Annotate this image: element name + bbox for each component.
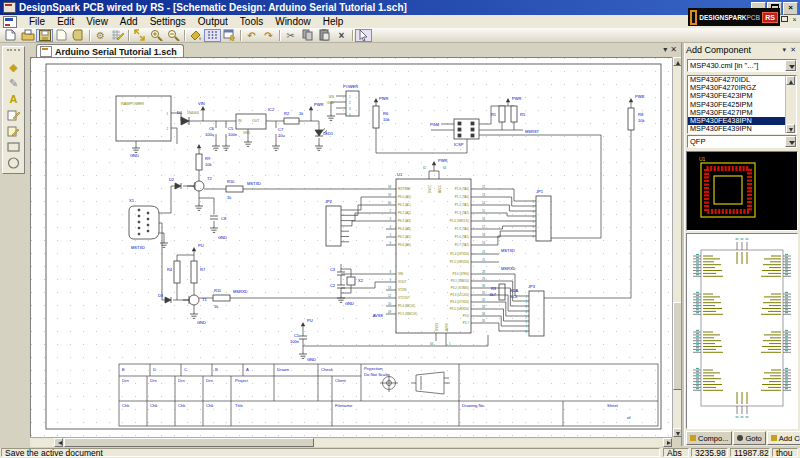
new-button[interactable] [2,29,19,42]
svg-text:Drn.: Drn. [206,378,214,383]
component-list[interactable]: MSP430F4270IDLMSP430F4270IRGZMSP430FE423… [687,75,797,134]
svg-text:4: 4 [349,113,351,117]
close-button[interactable]: × [783,2,798,15]
svg-text:P5.5 (SMCLK): P5.5 (SMCLK) [398,312,417,316]
zoom-all-button[interactable] [131,29,148,42]
document-tab-bar: Arduino Serial Tutorial 1.sch ▾ ✕ [28,43,681,57]
svg-text:29: 29 [482,277,486,281]
svg-text:MSRXD: MSRXD [233,289,248,294]
svg-text:GND: GND [243,131,251,135]
menu-edit[interactable]: Edit [51,16,80,27]
svg-text:Chk: Chk [206,403,214,408]
grid-button[interactable] [204,29,221,42]
svg-text:13: 13 [482,193,486,197]
design-technology-button[interactable] [109,29,126,42]
svg-text:33: 33 [482,305,486,309]
svg-text:C5: C5 [228,126,234,131]
paste-button[interactable] [316,29,333,42]
svg-text:E: E [122,367,125,372]
component-item[interactable]: MSP430FE439IPN [688,125,787,133]
svg-text:PWR: PWR [512,96,521,101]
menu-add[interactable]: Add [114,16,144,27]
svg-text:R4: R4 [167,267,173,272]
svg-text:R5: R5 [520,112,526,117]
menu-help[interactable]: Help [317,16,350,27]
select-button[interactable] [355,29,372,42]
svg-text:XIN: XIN [398,272,403,276]
properties-button[interactable] [221,29,238,42]
panel-tab-2[interactable]: Add Co... [767,431,800,445]
svg-text:P6.4 (A4): P6.4 (A4) [398,227,411,231]
svg-text:10k: 10k [383,117,389,122]
panel-title: Add Component [686,45,751,55]
menu-bar: FileEditViewAddSettingsOutputToolsWindow… [0,15,800,29]
menu-view[interactable]: View [80,16,114,27]
panel-tab-0[interactable]: Compo... [686,431,732,445]
svg-text:7: 7 [533,230,535,234]
copy-button[interactable] [299,29,316,42]
add-wire-tool[interactable]: ✎ [4,75,23,91]
zoom-out-button[interactable] [165,29,182,42]
menu-settings[interactable]: Settings [144,16,192,27]
status-units: thou [772,448,798,457]
tab-arduino-serial-tutorial[interactable]: Arduino Serial Tutorial 1.sch [36,44,184,58]
panel-tab-1[interactable]: Goto [733,431,765,445]
svg-text:Drawing No.: Drawing No. [462,403,485,408]
svg-text:D: D [153,367,156,372]
svg-text:D3: D3 [158,293,164,298]
svg-text:P3.5 (URXD0): P3.5 (URXD0) [450,307,469,311]
svg-text:R11: R11 [214,288,222,293]
add-rectangle-tool[interactable] [4,139,23,155]
designspark-logo: DESIGNSPARKPCB RS [688,8,780,26]
document-system-icon[interactable] [3,16,17,28]
library-dropdown-value: MSP430.cml [in "..."] [690,61,784,70]
horizontal-scrollbar[interactable] [30,437,672,447]
panel-close-icon[interactable]: ✕ [788,46,798,54]
menu-output[interactable]: Output [192,16,234,27]
status-mode: Abs [663,448,689,457]
svg-text:JP3: JP3 [528,284,536,289]
add-text-tool[interactable]: A [4,91,23,107]
library-dropdown[interactable]: MSP430.cml [in "..."] [687,59,797,72]
toolbar-grip[interactable] [7,49,20,57]
add-component-tool[interactable]: ◆ [4,59,23,75]
open-button[interactable] [19,29,36,42]
cut-button[interactable]: ✂ [282,29,299,42]
save-button[interactable] [36,29,53,42]
mdi-minimize-button[interactable]: – [770,16,779,25]
undo-button[interactable]: ↶ [243,29,260,42]
svg-text:12: 12 [482,185,486,189]
new-design-button[interactable] [53,29,70,42]
tab-scroll-icon[interactable]: ▾ [663,45,667,54]
package-dropdown-value: QFP [690,137,705,146]
tab-close-icon[interactable]: ✕ [670,45,677,54]
svg-text:OUT: OUT [252,119,260,123]
svg-text:32: 32 [482,298,486,302]
list-scrollbar[interactable] [785,76,796,133]
mdi-close-button[interactable]: × [790,16,799,25]
add-open-shape-tool[interactable] [4,107,23,123]
svg-text:Client: Client [335,378,347,383]
fill-color-button[interactable] [187,29,204,42]
add-closed-shape-tool[interactable] [4,123,23,139]
menu-window[interactable]: Window [269,16,317,27]
redo-button[interactable]: ↷ [260,29,277,42]
zoom-in-button[interactable] [148,29,165,42]
menu-file[interactable]: File [23,16,51,27]
mdi-restore-button[interactable] [780,16,789,25]
settings-button[interactable]: ⚙ [92,29,109,42]
library-button[interactable] [70,29,87,42]
svg-text:63: 63 [430,342,434,346]
delete-button[interactable]: × [333,29,350,42]
svg-text:T2: T2 [207,176,212,181]
package-dropdown[interactable]: QFP [687,135,797,148]
svg-text:P6.0 (A0): P6.0 (A0) [398,195,411,199]
svg-text:DVCC: DVCC [428,184,432,193]
schematic-canvas[interactable]: RAWPOWERGNDD11N4004VINC6100uC5100nINOUTG… [30,57,673,438]
panel-menu-icon[interactable]: ▾ [781,46,789,54]
add-circle-tool[interactable] [4,155,23,171]
menu-tools[interactable]: Tools [234,16,269,27]
svg-text:P3.3 (UCLK0): P3.3 (UCLK0) [450,293,469,297]
svg-text:100n: 100n [228,132,237,137]
svg-text:C: C [184,367,187,372]
